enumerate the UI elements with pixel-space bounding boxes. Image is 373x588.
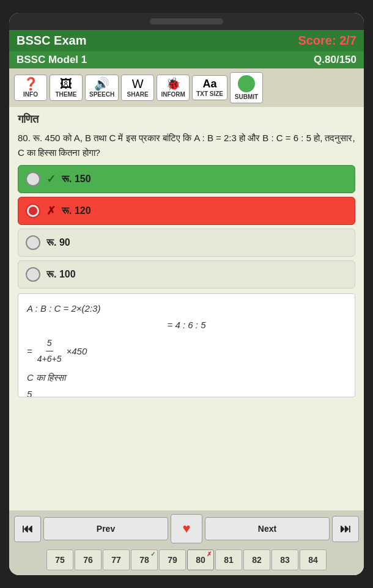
inform-button[interactable]: 🐞 INFORM (157, 75, 190, 101)
first-icon: ⏮ (22, 523, 33, 535)
cross-mark-b: ✗ (46, 204, 56, 218)
speech-label: SPEECH (89, 91, 114, 98)
header-top: BSSC Exam Score: 2/7 (9, 30, 364, 51)
submit-button[interactable]: SUBMIT (230, 72, 263, 103)
prev-button[interactable]: Prev (43, 517, 168, 540)
theme-label: THEME (56, 91, 77, 98)
page-numbers: 75 76 77 78 ✓ 79 80 ✗ 81 82 83 84 (9, 547, 364, 575)
speech-button[interactable]: 🔊 SPEECH (85, 75, 119, 101)
option-d[interactable]: रू. 100 (18, 260, 355, 288)
submit-label: SUBMIT (235, 94, 258, 100)
solution-box: A : B : C = 2×(2:3) = 4 : 6 : 5 = 5 4+6+… (18, 293, 355, 397)
solution-line1: A : B : C = 2×(2:3) (27, 300, 346, 317)
next-label: Next (258, 524, 276, 534)
radio-d (26, 267, 40, 282)
solution-line3: = 5 4+6+5 ×450 (27, 336, 346, 367)
score-display: Score: 2/7 (298, 34, 356, 48)
question-number: Q.80/150 (314, 54, 356, 66)
heart-icon: ♥ (182, 521, 190, 537)
theme-button[interactable]: 🖼 THEME (50, 75, 83, 101)
inform-icon: 🐞 (166, 78, 181, 90)
page-81[interactable]: 81 (215, 549, 242, 570)
options-container: ✓ रू. 150 ✗ रू. 120 रू. 90 रू. 100 (18, 165, 355, 288)
phone-frame: BSSC Exam Score: 2/7 BSSC Model 1 Q.80/1… (9, 13, 364, 575)
page-80[interactable]: 80 ✗ (187, 549, 214, 570)
page-79[interactable]: 79 (159, 549, 186, 570)
cross-80: ✗ (207, 551, 212, 557)
first-button[interactable]: ⏮ (14, 516, 41, 542)
bottom-nav: ⏮ Prev ♥ Next ⏭ (9, 510, 364, 547)
share-button[interactable]: W SHARE (121, 75, 154, 101)
share-label: SHARE (127, 91, 149, 98)
status-bar (9, 13, 364, 30)
option-a-text: रू. 150 (62, 174, 91, 185)
heart-button[interactable]: ♥ (171, 514, 202, 543)
txtsize-icon: Aa (203, 78, 217, 89)
option-b-text: रू. 120 (62, 205, 91, 216)
subject-label: गणित (18, 113, 355, 126)
solution-line5: 5 (27, 386, 346, 397)
page-82[interactable]: 82 (243, 549, 270, 570)
equals-sign: = (27, 343, 32, 359)
model-label: BSSC Model 1 (17, 54, 87, 66)
page-78[interactable]: 78 ✓ (131, 549, 158, 570)
tick-78: ✓ (150, 551, 155, 557)
status-notch (150, 18, 223, 24)
info-icon: ❓ (23, 78, 39, 90)
radio-b (26, 204, 40, 218)
toolbar: ❓ INFO 🖼 THEME 🔊 SPEECH W SHARE 🐞 INFORM… (9, 68, 364, 107)
txtsize-button[interactable]: Aa TXT SIZE (192, 75, 227, 100)
page-75[interactable]: 75 (46, 549, 73, 570)
solution-line2: = 4 : 6 : 5 (27, 317, 346, 333)
speech-icon: 🔊 (94, 78, 109, 90)
info-label: INFO (23, 91, 38, 98)
option-c[interactable]: रू. 90 (18, 229, 355, 257)
app-title: BSSC Exam (17, 34, 87, 48)
txtsize-label: TXT SIZE (196, 90, 223, 97)
option-a[interactable]: ✓ रू. 150 (18, 165, 355, 193)
page-84[interactable]: 84 (300, 549, 327, 570)
submit-circle-icon (238, 75, 255, 92)
next-button[interactable]: Next (205, 517, 330, 540)
radio-a (26, 172, 40, 186)
fraction-denominator: 4+6+5 (36, 351, 63, 367)
option-c-text: रू. 90 (46, 237, 70, 248)
info-button[interactable]: ❓ INFO (14, 75, 47, 101)
option-d-text: रू. 100 (46, 269, 76, 280)
page-83[interactable]: 83 (271, 549, 298, 570)
fraction: 5 4+6+5 (36, 336, 63, 367)
content-area: गणित 80. रू. 450 को A, B तथा C में इस प्… (9, 107, 364, 510)
option-b[interactable]: ✗ रू. 120 (18, 197, 355, 225)
question-text: 80. रू. 450 को A, B तथा C में इस प्रकार … (18, 131, 355, 160)
fraction-numerator: 5 (46, 336, 53, 351)
inform-label: INFORM (161, 91, 185, 98)
radio-c (26, 235, 40, 250)
check-mark-a: ✓ (46, 172, 56, 186)
page-77[interactable]: 77 (103, 549, 130, 570)
header-sub: BSSC Model 1 Q.80/150 (9, 51, 364, 68)
radio-b-inner (29, 207, 37, 215)
theme-icon: 🖼 (60, 78, 72, 90)
solution-line4: C का हिस्सा (27, 369, 346, 386)
prev-label: Prev (97, 524, 115, 534)
last-button[interactable]: ⏭ (332, 516, 359, 542)
multiply-450: ×450 (66, 343, 87, 359)
share-icon: W (132, 78, 144, 90)
last-icon: ⏭ (340, 523, 351, 535)
page-76[interactable]: 76 (75, 549, 102, 570)
